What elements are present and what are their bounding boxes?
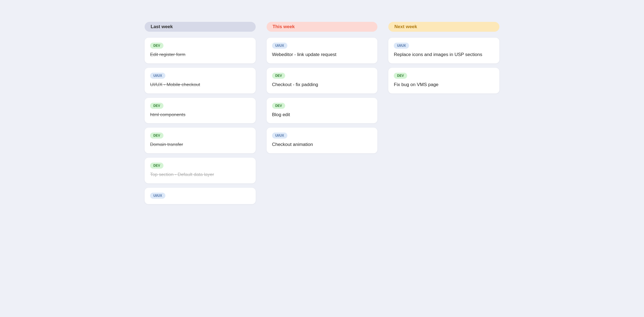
tag-dev: DEV [272, 103, 285, 109]
tag-uiux: UI/UX [272, 133, 287, 139]
column-header-last-week: Last week [145, 22, 256, 32]
tag-uiux: UI/UX [272, 43, 287, 49]
tag-uiux: UI/UX [150, 193, 165, 199]
card-title: Edit register form [150, 51, 250, 58]
card-title: UI/UX - Mobile checkout [150, 81, 250, 88]
card-title: html components [150, 111, 250, 118]
card-title: Top section - Default data layer [150, 171, 250, 178]
tag-uiux: UI/UX [394, 43, 409, 49]
column-header-next-week: Next week [388, 22, 499, 32]
card-title: Fix bug on VMS page [394, 81, 494, 88]
card[interactable]: UI/UXUI/UX - Mobile checkout [145, 68, 256, 93]
card-title: Domain transfer [150, 141, 250, 148]
column-this-week: This weekUI/UXWebeditor - link update re… [267, 22, 378, 153]
column-next-week: Next weekUI/UXReplace icons and images i… [388, 22, 499, 93]
card[interactable]: DEVCheckout - fix padding [267, 68, 378, 93]
card-title: Checkout - fix padding [272, 81, 372, 88]
tag-dev: DEV [150, 43, 163, 49]
card[interactable]: UI/UXCheckout animation [267, 128, 378, 153]
card[interactable]: DEVEdit register form [145, 38, 256, 63]
card[interactable]: DEVFix bug on VMS page [388, 68, 499, 93]
tag-dev: DEV [150, 103, 163, 109]
tag-dev: DEV [272, 73, 285, 79]
card-title: Replace icons and images in USP sections [394, 51, 494, 58]
card[interactable]: DEVBlog edit [267, 98, 378, 124]
card[interactable]: DEVhtml components [145, 98, 256, 124]
card[interactable]: UI/UXReplace icons and images in USP sec… [388, 38, 499, 63]
tag-dev: DEV [150, 133, 163, 139]
card[interactable]: UI/UXWebeditor - link update request [267, 38, 378, 63]
card[interactable]: DEVTop section - Default data layer [145, 158, 256, 183]
tag-dev: DEV [394, 73, 407, 79]
card-title: Checkout animation [272, 141, 372, 148]
column-last-week: Last weekDEVEdit register formUI/UXUI/UX… [145, 22, 256, 204]
card-title: Webeditor - link update request [272, 51, 372, 58]
tag-dev: DEV [150, 163, 163, 169]
card-title: Blog edit [272, 111, 372, 118]
card[interactable]: DEVDomain transfer [145, 128, 256, 153]
card[interactable]: UI/UX [145, 188, 256, 204]
tag-uiux: UI/UX [150, 73, 165, 79]
kanban-board: Last weekDEVEdit register formUI/UXUI/UX… [145, 22, 499, 204]
column-header-this-week: This week [267, 22, 378, 32]
